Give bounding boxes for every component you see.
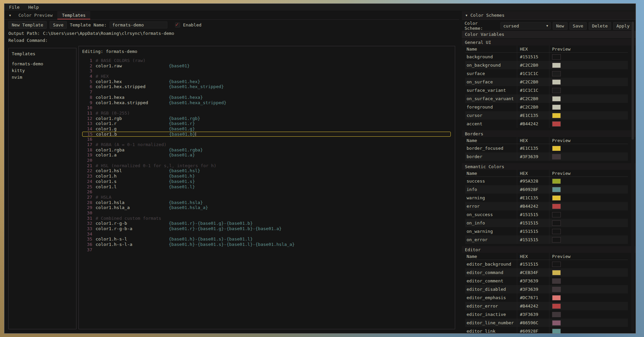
color-row-warning[interactable]: warning#E1C135 [465, 194, 628, 202]
color-row-on_error[interactable]: on_error#151515 [465, 235, 628, 244]
color-swatch[interactable] [552, 287, 561, 292]
color-row-foreground[interactable]: foreground#C2C2B0 [465, 103, 628, 111]
code-line-10[interactable]: 10 [82, 105, 453, 111]
color-swatch[interactable] [552, 96, 561, 102]
code-line-30[interactable]: 30 [82, 210, 453, 216]
enabled-checkbox[interactable]: ✓ [175, 22, 180, 27]
template-list-item-nvim[interactable]: nvim [12, 74, 73, 81]
code-line-29[interactable]: 29color1.hsla_a{base01.hsla_a} [82, 205, 453, 210]
color-row-on_surface[interactable]: on_surface#C2C2B0 [465, 78, 628, 86]
code-line-3[interactable]: 3 [82, 68, 453, 74]
color-row-accent[interactable]: accent#B44242 [465, 120, 628, 128]
color-swatch[interactable] [552, 220, 561, 226]
section-header-general-ui[interactable]: General UI [462, 39, 636, 46]
scrollbar-thumb[interactable] [632, 22, 634, 140]
color-row-error[interactable]: error#B44242 [465, 202, 628, 210]
code-line-32[interactable]: 32color1.r-g-b{base01.r}-{base01.g}-{bas… [82, 221, 453, 226]
code-line-7[interactable]: 7 [82, 89, 453, 95]
color-swatch[interactable] [552, 312, 561, 317]
code-line-18[interactable]: 18color1.rgba{base01.rgba} [82, 147, 453, 153]
color-swatch[interactable] [552, 71, 561, 76]
color-swatch[interactable] [552, 295, 561, 300]
color-swatch[interactable] [552, 270, 561, 275]
color-swatch[interactable] [552, 195, 561, 201]
color-row-on_success[interactable]: on_success#151515 [465, 210, 628, 219]
color-swatch[interactable] [552, 187, 561, 192]
collapse-arrow-icon[interactable]: ▼ [466, 14, 467, 17]
menu-help[interactable]: Help [28, 5, 39, 10]
code-line-20[interactable]: 20 [82, 158, 453, 163]
code-line-1[interactable]: 1# BASE COLORS (raw) [82, 58, 453, 63]
vertical-scrollbar[interactable] [631, 21, 634, 332]
new-template-button[interactable]: New Template [8, 21, 47, 29]
code-line-15[interactable]: 15color1.b{base01.b} [82, 132, 451, 137]
section-header-editor[interactable]: Editor [462, 246, 636, 253]
color-row-editor_background[interactable]: editor_background#151515 [465, 260, 628, 268]
code-line-27[interactable]: 27# HSLA [82, 195, 453, 200]
code-line-5[interactable]: 5color1.hex{base01.hex} [82, 79, 453, 84]
code-line-2[interactable]: 2color1.raw{base01} [82, 63, 453, 69]
code-line-19[interactable]: 19color1.a{base01.a} [82, 152, 453, 158]
tab-color-preview[interactable]: Color Preview [14, 11, 57, 19]
menu-file[interactable]: File [9, 5, 19, 10]
color-row-editor_command[interactable]: editor_command#CEB34F [465, 268, 628, 277]
code-line-11[interactable]: 11# RGB (0-255) [82, 111, 453, 116]
delete-scheme-button[interactable]: Delete [589, 22, 611, 30]
color-swatch[interactable] [552, 304, 561, 309]
code-line-13[interactable]: 13color1.r{base01.r} [82, 121, 453, 126]
tab-templates[interactable]: Templates [57, 11, 90, 19]
color-row-editor_line_number[interactable]: editor_line_number#86596C [465, 319, 628, 327]
color-swatch[interactable] [552, 63, 561, 68]
code-line-37[interactable]: 37 [82, 247, 453, 253]
collapse-arrow-icon[interactable]: ▼ [6, 11, 14, 19]
color-row-editor_error[interactable]: editor_error#B44242 [465, 302, 628, 310]
color-swatch[interactable] [552, 154, 561, 159]
color-row-surface[interactable]: surface#1C1C1C [465, 69, 628, 78]
color-swatch[interactable] [552, 237, 561, 243]
code-line-12[interactable]: 12color1.rgb{base01.rgb} [82, 116, 453, 121]
template-name-input[interactable]: formats-demo [110, 21, 167, 28]
section-header-borders[interactable]: Borders [462, 130, 636, 137]
color-swatch[interactable] [552, 229, 561, 234]
color-swatch[interactable] [552, 329, 561, 334]
color-swatch[interactable] [552, 121, 561, 127]
color-swatch[interactable] [552, 113, 561, 118]
code-line-33[interactable]: 33color1.r-g-b-a{base01.r}-{base01.g}-{b… [82, 226, 453, 231]
color-swatch[interactable] [552, 278, 561, 284]
color-row-editor_inactive[interactable]: editor_inactive#3F3639 [465, 310, 628, 319]
code-line-17[interactable]: 17# RGBA (A = 0-1 normalized) [82, 142, 453, 147]
apply-scheme-button[interactable]: Apply [613, 22, 633, 30]
color-row-border[interactable]: border#3F3639 [465, 152, 628, 161]
code-line-9[interactable]: 9color1.hexa.stripped{base01.hexa_stripp… [82, 100, 453, 106]
code-line-34[interactable]: 34 [82, 231, 453, 237]
color-swatch[interactable] [552, 54, 561, 60]
code-line-4[interactable]: 4# HEX [82, 74, 453, 79]
code-line-22[interactable]: 22color1.hsl{base01.hsl} [82, 168, 453, 174]
color-swatch[interactable] [552, 212, 561, 217]
template-list-item-kitty[interactable]: kitty [12, 67, 73, 74]
color-swatch[interactable] [552, 204, 561, 209]
code-line-31[interactable]: 31# Combined custom formats [82, 216, 453, 221]
color-scheme-select[interactable]: cursed ▼ [500, 22, 551, 29]
color-row-on_background[interactable]: on_background#C2C2B0 [465, 61, 628, 69]
code-line-21[interactable]: 21# HSL (normalized 0-1 for s,l, integer… [82, 163, 453, 168]
color-swatch[interactable] [552, 105, 561, 110]
save-template-button[interactable]: Save [50, 21, 67, 29]
color-row-on_warning[interactable]: on_warning#151515 [465, 227, 628, 235]
color-swatch[interactable] [552, 79, 561, 85]
save-scheme-button[interactable]: Save [570, 22, 587, 30]
code-line-35[interactable]: 35color1.h-s-l{base01.h}-{base01.s}-{bas… [82, 237, 453, 242]
code-line-6[interactable]: 6color1.hex.stripped{base01.hex_stripped… [82, 84, 453, 89]
color-row-on_info[interactable]: on_info#151515 [465, 219, 628, 227]
color-row-cursor[interactable]: cursor#E1C135 [465, 111, 628, 120]
code-line-23[interactable]: 23color1.h{base01.h} [82, 174, 453, 179]
color-row-surface_variant[interactable]: surface_variant#1C1C1C [465, 86, 628, 94]
code-line-26[interactable]: 26 [82, 189, 453, 195]
new-scheme-button[interactable]: New [553, 22, 567, 30]
template-editor-textarea[interactable]: 1# BASE COLORS (raw)2color1.raw{base01}3… [82, 58, 453, 326]
color-row-on_surface_varuant[interactable]: on_surface_varuant#C2C2B0 [465, 94, 628, 103]
color-row-border_focused[interactable]: border_focused#E1C135 [465, 144, 628, 152]
output-path-value[interactable]: C:\Users\user\AppData\Roaming\clrsync\fo… [43, 31, 174, 36]
template-list-item-formats-demo[interactable]: formats-demo [12, 61, 73, 67]
color-swatch[interactable] [552, 179, 561, 184]
